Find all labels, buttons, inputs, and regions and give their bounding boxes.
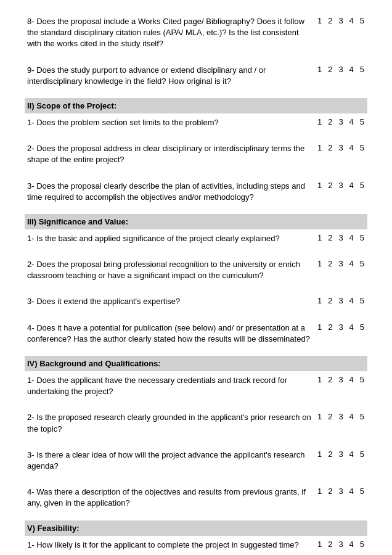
- score-4-q4_1: 4: [346, 371, 357, 401]
- question-row-q9: 9- Does the study purport to advance or …: [25, 61, 367, 91]
- question-row-q2_1: 1- Does the problem section set limits t…: [25, 113, 367, 132]
- score-4-q3_1: 4: [346, 229, 357, 248]
- score-1-q3_3: 1: [314, 292, 325, 311]
- question-text-q5_1: 1- How likely is it for the applicant to…: [25, 536, 314, 554]
- score-1-q4_1: 1: [314, 371, 325, 401]
- score-1-q5_1: 1: [314, 536, 325, 554]
- score-4-q4_3: 4: [346, 446, 357, 475]
- question-text-q8: 8- Does the proposal include a Works Cit…: [25, 12, 314, 54]
- score-2-q8: 2: [325, 12, 335, 54]
- section-header-section5: V) Feasibility:: [25, 520, 367, 536]
- score-2-q3_1: 2: [325, 229, 335, 248]
- score-1-q2_1: 1: [314, 113, 325, 132]
- section-header-label: II) Scope of the Project:: [25, 98, 367, 113]
- score-3-q3_4: 3: [335, 319, 346, 348]
- section-header-label: V) Feasibility:: [25, 520, 367, 536]
- score-5-q3_1: 5: [357, 229, 367, 248]
- score-1-q3_1: 1: [314, 229, 325, 248]
- question-text-q2_1: 1- Does the problem section set limits t…: [25, 113, 314, 132]
- score-3-q4_2: 3: [335, 408, 346, 438]
- score-5-q4_4: 5: [357, 483, 367, 512]
- score-1-q3_2: 1: [314, 255, 325, 285]
- score-4-q8: 4: [346, 12, 357, 54]
- score-1-q4_3: 1: [314, 446, 325, 475]
- score-4-q3_2: 4: [346, 255, 357, 285]
- score-3-q3_1: 3: [335, 229, 346, 248]
- score-3-q4_3: 3: [335, 446, 346, 475]
- score-2-q3_3: 2: [325, 292, 335, 311]
- spacer-row: [25, 207, 367, 214]
- score-5-q2_3: 5: [357, 177, 367, 207]
- score-2-q3_2: 2: [325, 255, 335, 285]
- score-5-q2_2: 5: [357, 139, 367, 169]
- score-3-q3_2: 3: [335, 255, 346, 285]
- score-5-q4_2: 5: [357, 408, 367, 438]
- question-row-q4_2: 2- Is the proposed research clearly grou…: [25, 408, 367, 438]
- question-row-q2_3: 3- Does the proposal clearly describe th…: [25, 177, 367, 207]
- score-4-q4_4: 4: [346, 483, 357, 512]
- score-5-q3_3: 5: [357, 292, 367, 311]
- spacer-row: [25, 348, 367, 356]
- question-text-q4_2: 2- Is the proposed research clearly grou…: [25, 408, 314, 438]
- score-1-q3_4: 1: [314, 319, 325, 348]
- spacer-row: [25, 54, 367, 61]
- score-2-q4_1: 2: [325, 371, 335, 401]
- score-5-q3_2: 5: [357, 255, 367, 285]
- spacer-row: [25, 311, 367, 319]
- question-text-q4_3: 3- Is there a clear idea of how will the…: [25, 446, 314, 475]
- question-row-q8: 8- Does the proposal include a Works Cit…: [25, 12, 367, 54]
- question-text-q2_2: 2- Does the proposal address in clear di…: [25, 139, 314, 169]
- score-1-q4_2: 1: [314, 408, 325, 438]
- question-row-q4_4: 4- Was there a description of the object…: [25, 483, 367, 512]
- question-row-q5_1: 1- How likely is it for the applicant to…: [25, 536, 367, 554]
- question-text-q9: 9- Does the study purport to advance or …: [25, 61, 314, 91]
- score-5-q5_1: 5: [357, 536, 367, 554]
- score-5-q8: 5: [357, 12, 367, 54]
- spacer-row: [25, 475, 367, 483]
- question-text-q2_3: 3- Does the proposal clearly describe th…: [25, 177, 314, 207]
- score-3-q4_1: 3: [335, 371, 346, 401]
- score-2-q4_4: 2: [325, 483, 335, 512]
- score-4-q2_3: 4: [346, 177, 357, 207]
- spacer-row: [25, 285, 367, 292]
- score-3-q4_4: 3: [335, 483, 346, 512]
- score-3-q9: 3: [335, 61, 346, 91]
- question-row-q3_2: 2- Does the proposal bring professional …: [25, 255, 367, 285]
- score-1-q2_2: 1: [314, 139, 325, 169]
- score-1-q4_4: 1: [314, 483, 325, 512]
- score-2-q2_2: 2: [325, 139, 335, 169]
- score-3-q2_1: 3: [335, 113, 346, 132]
- score-1-q2_3: 1: [314, 177, 325, 207]
- question-text-q4_4: 4- Was there a description of the object…: [25, 483, 314, 512]
- spacer-row: [25, 401, 367, 408]
- section-header-label: IV) Background and Qualifications:: [25, 356, 367, 371]
- section-header-section3: III) Significance and Value:: [25, 214, 367, 229]
- question-row-q4_1: 1- Does the applicant have the necessary…: [25, 371, 367, 401]
- score-2-q4_3: 2: [325, 446, 335, 475]
- score-5-q3_4: 5: [357, 319, 367, 348]
- score-3-q8: 3: [335, 12, 346, 54]
- score-4-q9: 4: [346, 61, 357, 91]
- score-4-q3_4: 4: [346, 319, 357, 348]
- question-text-q3_1: 1- Is the basic and applied significance…: [25, 229, 314, 248]
- score-2-q2_3: 2: [325, 177, 335, 207]
- question-text-q3_4: 4- Does it have a potential for publicat…: [25, 319, 314, 348]
- spacer-row: [25, 132, 367, 139]
- section-header-section2: II) Scope of the Project:: [25, 98, 367, 113]
- score-2-q5_1: 2: [325, 536, 335, 554]
- score-3-q3_3: 3: [335, 292, 346, 311]
- score-2-q3_4: 2: [325, 319, 335, 348]
- score-2-q4_2: 2: [325, 408, 335, 438]
- score-3-q2_3: 3: [335, 177, 346, 207]
- spacer-row: [25, 91, 367, 98]
- question-row-q3_4: 4- Does it have a potential for publicat…: [25, 319, 367, 348]
- spacer-row: [25, 248, 367, 255]
- score-5-q9: 5: [357, 61, 367, 91]
- score-3-q5_1: 3: [335, 536, 346, 554]
- score-1-q9: 1: [314, 61, 325, 91]
- question-text-q4_1: 1- Does the applicant have the necessary…: [25, 371, 314, 401]
- score-2-q9: 2: [325, 61, 335, 91]
- section-header-section4: IV) Background and Qualifications:: [25, 356, 367, 371]
- spacer-row: [25, 438, 367, 446]
- score-5-q4_1: 5: [357, 371, 367, 401]
